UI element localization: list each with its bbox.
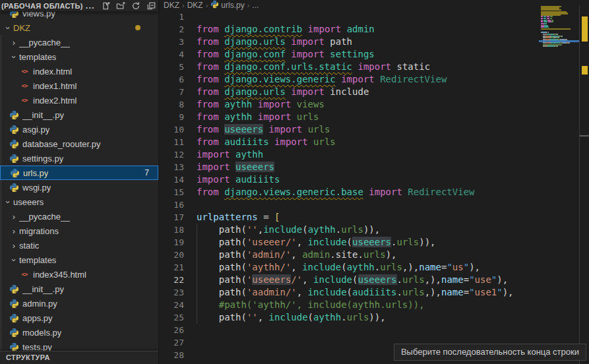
tree-item-settings-py[interactable]: settings.py [0, 151, 158, 166]
tree-item-index345-html[interactable]: <>index345.html [0, 267, 158, 282]
tree-item--pycache-[interactable]: ›__pycache__ [0, 35, 158, 49]
tree-item-migrations[interactable]: ›migrations [0, 224, 158, 238]
code-line-20[interactable]: 20 path('admin/', admin.site.urls), [159, 249, 542, 261]
code-line-7[interactable]: 7from django.urls import include [159, 86, 542, 98]
code-line-text: path('admin/', admin.site.urls), [197, 249, 397, 261]
python-file-icon [9, 182, 19, 193]
code-line-text: path('useeer/', include(useeers.urls)), [197, 236, 436, 249]
tree-item-templates[interactable]: ›templates [0, 253, 158, 267]
tree-item-index2-html[interactable]: <>index2.html [0, 93, 158, 107]
html-file-icon: <> [19, 269, 30, 280]
tree-item--init-py[interactable]: __init__.py [0, 282, 158, 296]
code-line-text: from audiiits import urls [197, 136, 336, 148]
line-number: 1 [159, 11, 184, 23]
code-line-6[interactable]: 6from django.views.generic import Redire… [159, 73, 542, 86]
workspace-title: (РАБОЧАЯ ОБЛАСТЬ) [0, 2, 83, 10]
code-line-5[interactable]: 5from django.conf.urls.static import sta… [159, 61, 542, 73]
code-line-4[interactable]: 4from django.conf import settings [159, 48, 542, 61]
scrollbar-overview-ruler[interactable] [579, 5, 589, 364]
code-line-text: from aythh import urls [197, 111, 319, 123]
line-number: 26 [159, 324, 184, 336]
tree-item-tests-py[interactable]: tests.py [0, 340, 158, 351]
tree-item-wsgi-py[interactable]: wsgi.py [0, 180, 158, 195]
code-line-text: from aythh import views [197, 98, 325, 111]
breadcrumb-item[interactable]: urls.py [210, 0, 244, 11]
python-file-icon [9, 138, 19, 149]
tree-item-label: templates [19, 255, 56, 265]
line-number: 8 [159, 98, 184, 111]
tree-item-models-py[interactable]: models.py [0, 325, 158, 340]
tree-item-urls-py[interactable]: urls.py7 [0, 166, 158, 180]
collapse-all-icon[interactable] [146, 1, 156, 11]
explorer-section-header: (РАБОЧАЯ ОБЛАСТЬ) ... [0, 0, 158, 11]
code-line-text: import useeers [197, 161, 274, 173]
code-line-12[interactable]: 12import aythh [159, 148, 542, 161]
code-line-21[interactable]: 21 path('aythh/', include(aythh.urls,),n… [159, 261, 542, 274]
code-line-13[interactable]: 13import useeers [159, 161, 542, 173]
code-line-2[interactable]: 2from django.contrib import admin [159, 23, 542, 36]
breadcrumb-label: urls.py [221, 1, 244, 10]
outline-section-header[interactable]: СТРУКТУРА [0, 351, 158, 364]
python-file-icon [9, 153, 19, 164]
code-line-18[interactable]: 18 path('',include(aythh.urls)), [159, 224, 542, 236]
line-number: 22 [159, 274, 184, 286]
explorer-actions: ... [85, 1, 156, 11]
tree-item-label: wsgi.py [22, 183, 51, 193]
tree-item-index-html[interactable]: <>index.html [0, 64, 158, 78]
tree-item-label: asgi.py [22, 125, 49, 135]
code-line-19[interactable]: 19 path('useeer/', include(useeers.urls)… [159, 236, 542, 249]
tree-item-index1-html[interactable]: <>index1.html [0, 78, 158, 93]
tree-item--pycache-[interactable]: ›__pycache__ [0, 209, 158, 224]
code-line-24[interactable]: 24 #path('aythh/', include(aythh.urls)), [159, 299, 542, 311]
code-line-text: from django.views.generic.base import Re… [197, 186, 474, 198]
tree-item-label: __init__.py [22, 110, 64, 120]
tree-item-useeers[interactable]: ›useeers [0, 195, 158, 209]
tree-item-dkz[interactable]: ›DKZ [0, 20, 158, 35]
code-line-text: from django.urls import path [197, 36, 352, 48]
tree-item-apps-py[interactable]: apps.py [0, 311, 158, 325]
problems-count-badge: 7 [144, 168, 149, 177]
code-line-10[interactable]: 10from useeers import urls [159, 123, 542, 136]
breadcrumb-label: DKZ [164, 1, 179, 10]
chevron-right-icon: › [9, 38, 19, 47]
tree-item-admin-py[interactable]: admin.py [0, 296, 158, 311]
breadcrumb-item[interactable]: DKZ [164, 1, 179, 10]
code-line-23[interactable]: 23 path('aadmin/', include(audiiits.urls… [159, 286, 542, 299]
tree-item--init-py[interactable]: __init__.py [0, 107, 158, 122]
ruler-warning-mark [582, 66, 588, 75]
chevron-right-icon: › [9, 212, 19, 221]
code-line-11[interactable]: 11from audiiits import urls [159, 136, 542, 148]
breadcrumb-item[interactable]: ... [252, 1, 259, 10]
tree-item-label: DKZ [13, 23, 30, 33]
breadcrumb-item[interactable]: DKZ [187, 1, 203, 10]
code-line-8[interactable]: 8from aythh import views [159, 98, 542, 111]
new-folder-icon[interactable] [115, 1, 126, 11]
code-area[interactable]: 12from django.contrib import admin3from … [159, 11, 542, 364]
breadcrumb-separator: › [247, 1, 250, 9]
tree-item-asgi-py[interactable]: asgi.py [0, 122, 158, 136]
code-line-text: from django.urls import include [197, 86, 369, 98]
more-actions-icon[interactable]: ... [85, 1, 96, 11]
tree-item-templates[interactable]: ›templates [0, 49, 158, 64]
code-line-text: path('', include(aythh.urls)), [197, 311, 386, 324]
ruler-divider-mark [580, 135, 589, 136]
chevron-down-icon: › [4, 22, 13, 33]
code-line-26[interactable]: 26 [159, 324, 542, 336]
code-line-text: path('aythh/', include(aythh.urls,),name… [197, 261, 480, 274]
tree-item-database-roouter-py[interactable]: database_roouter.py [0, 136, 158, 151]
code-line-3[interactable]: 3from django.urls import path [159, 36, 542, 48]
code-line-14[interactable]: 14import audiiits [159, 173, 542, 186]
minimap[interactable] [541, 4, 578, 53]
code-line-9[interactable]: 9from aythh import urls [159, 111, 542, 123]
code-line-25[interactable]: 25 path('', include(aythh.urls)), [159, 311, 542, 324]
new-file-icon[interactable] [100, 1, 111, 11]
tree-item-static[interactable]: ›static [0, 238, 158, 253]
breadcrumb-separator: › [206, 1, 208, 9]
code-line-17[interactable]: 17urlpatterns = [ [159, 211, 542, 224]
code-line-16[interactable]: 16 [159, 198, 542, 211]
line-number: 17 [159, 211, 184, 224]
refresh-icon[interactable] [131, 1, 141, 11]
code-line-15[interactable]: 15from django.views.generic.base import … [159, 186, 542, 198]
code-line-1[interactable]: 1 [159, 11, 542, 23]
code-line-22[interactable]: 22 path('useeers/', include(useeers.urls… [159, 274, 542, 286]
